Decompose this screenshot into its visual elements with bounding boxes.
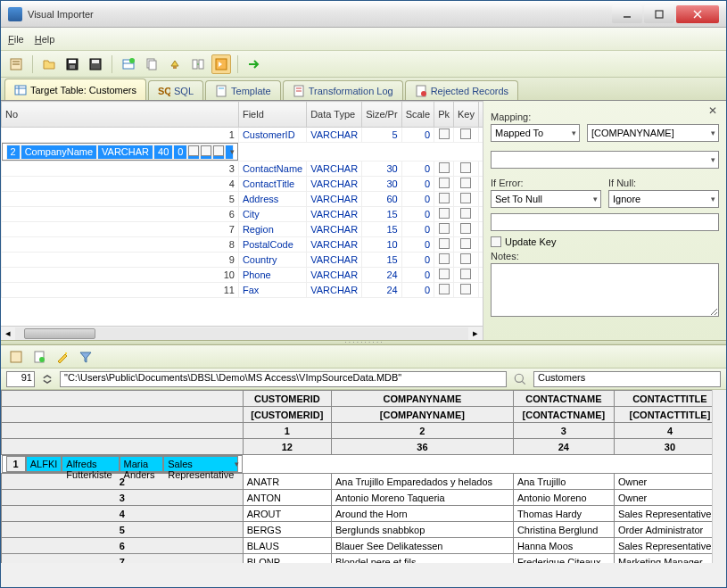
data-col-header[interactable]: CUSTOMERID bbox=[243, 391, 331, 407]
data-col-header[interactable]: 1 bbox=[243, 423, 331, 439]
tab-transformation-log[interactable]: Transformation Log bbox=[283, 80, 403, 100]
tab-sql[interactable]: SQL SQL bbox=[148, 80, 203, 100]
tab-label: Transformation Log bbox=[309, 86, 393, 96]
wizard-icon[interactable] bbox=[53, 347, 72, 367]
data-col-header[interactable]: 3 bbox=[513, 423, 614, 439]
tab-label: Target Table: Customers bbox=[30, 85, 136, 95]
data-col-header[interactable]: [COMPANYNAME] bbox=[331, 407, 513, 423]
field-row[interactable]: 8PostalCodeVARCHAR100 bbox=[2, 237, 484, 253]
vertical-scrollbar[interactable] bbox=[712, 390, 726, 563]
col-pk[interactable]: Pk bbox=[434, 102, 454, 128]
menu-help[interactable]: Help bbox=[35, 34, 55, 45]
col-no[interactable]: No bbox=[2, 102, 239, 128]
close-panel-icon[interactable]: ✕ bbox=[708, 104, 721, 117]
col-size[interactable]: Size/Pr bbox=[362, 102, 401, 128]
field-row[interactable]: 1CustomerIDVARCHAR50 bbox=[2, 128, 484, 143]
data-preview-grid[interactable]: CUSTOMERIDCOMPANYNAMECONTACTNAMECONTACTT… bbox=[1, 390, 726, 563]
data-col-header[interactable]: COMPANYNAME bbox=[331, 391, 513, 407]
data-col-header[interactable]: CONTACTNAME bbox=[513, 391, 614, 407]
col-key[interactable]: Key bbox=[454, 102, 479, 128]
ifnull-label: If Null: bbox=[608, 178, 719, 188]
spinner-icon[interactable] bbox=[40, 372, 54, 386]
preview-icon[interactable] bbox=[211, 54, 231, 74]
update-key-label: Update Key bbox=[505, 236, 556, 247]
field-row[interactable]: 4ContactTitleVARCHAR300 bbox=[2, 177, 484, 192]
open-icon[interactable] bbox=[39, 54, 59, 74]
svg-rect-33 bbox=[11, 352, 21, 362]
filter-icon[interactable] bbox=[76, 347, 95, 367]
data-row[interactable]: 1ALFKIAlfreds FutterkisteMaria AndersSal… bbox=[2, 455, 244, 473]
field-grid[interactable]: No Field Data Type Size/Pr Scale Pk Key … bbox=[1, 101, 483, 340]
data-col-header[interactable]: 12 bbox=[243, 439, 331, 455]
data-col-header[interactable]: [CONTACTNAME] bbox=[513, 407, 614, 423]
source-table[interactable]: Customers bbox=[533, 371, 721, 387]
add-row-icon[interactable] bbox=[29, 347, 49, 367]
data-col-header[interactable]: CONTACTTITLE bbox=[614, 391, 725, 407]
refresh-icon[interactable] bbox=[6, 347, 26, 367]
notes-textarea[interactable] bbox=[491, 263, 719, 317]
tab-target-table[interactable]: Target Table: Customers bbox=[4, 79, 146, 100]
maximize-button[interactable] bbox=[644, 5, 674, 23]
field-row[interactable]: 5AddressVARCHAR600 bbox=[2, 192, 484, 207]
data-col-header[interactable]: 30 bbox=[614, 439, 725, 455]
svg-rect-1 bbox=[656, 11, 663, 18]
data-col-header[interactable]: 36 bbox=[331, 439, 513, 455]
iferror-select[interactable]: Set To Null bbox=[491, 190, 601, 208]
row-count: 91 bbox=[6, 371, 35, 387]
mapping-target-select[interactable]: [COMPANYNAME] bbox=[587, 124, 719, 142]
default-value-input[interactable] bbox=[491, 213, 719, 231]
svg-rect-26 bbox=[217, 86, 226, 96]
field-row[interactable]: 9CountryVARCHAR150 bbox=[2, 253, 484, 268]
mapping-icon[interactable] bbox=[188, 54, 208, 74]
col-field[interactable]: Field bbox=[238, 102, 306, 128]
minimize-button[interactable] bbox=[612, 5, 642, 23]
tab-label: Rejected Records bbox=[431, 86, 508, 96]
close-button[interactable] bbox=[676, 5, 719, 23]
svg-point-36 bbox=[65, 352, 67, 354]
clear-icon[interactable] bbox=[165, 54, 185, 74]
tab-template[interactable]: Template bbox=[205, 80, 281, 100]
data-col-header[interactable]: [CONTACTTITLE] bbox=[614, 407, 725, 423]
source-path[interactable]: "C:\Users\Public\Documents\DBSL\Demo\MS … bbox=[60, 371, 507, 387]
new-table-icon[interactable] bbox=[119, 54, 138, 74]
expression-select[interactable] bbox=[491, 151, 719, 169]
data-col-header[interactable]: 2 bbox=[331, 423, 513, 439]
data-row[interactable]: 4AROUTAround the HornThomas HardySales R… bbox=[2, 506, 726, 522]
field-row[interactable]: 2CompanyNameVARCHAR400 bbox=[2, 143, 239, 161]
titlebar[interactable]: Visual Importer bbox=[1, 1, 726, 28]
svg-rect-8 bbox=[69, 60, 76, 63]
data-row[interactable]: 5BERGSBerglunds snabbkopChristina Berglu… bbox=[2, 522, 726, 538]
field-row[interactable]: 7RegionVARCHAR150 bbox=[2, 222, 484, 237]
mapping-type-select[interactable]: Mapped To bbox=[491, 124, 580, 142]
field-row[interactable]: 10PhoneVARCHAR240 bbox=[2, 268, 484, 283]
save-icon[interactable] bbox=[62, 54, 82, 74]
ifnull-select[interactable]: Ignore bbox=[608, 190, 719, 208]
browse-icon[interactable] bbox=[512, 371, 528, 387]
update-key-checkbox[interactable] bbox=[491, 236, 501, 247]
horizontal-scrollbar[interactable]: ◂ ▸ bbox=[1, 326, 483, 340]
data-col-header[interactable]: 24 bbox=[513, 439, 614, 455]
log-icon bbox=[293, 85, 305, 97]
col-scale[interactable]: Scale bbox=[401, 102, 434, 128]
svg-rect-11 bbox=[92, 60, 99, 63]
tab-rejected[interactable]: Rejected Records bbox=[405, 80, 518, 100]
data-row[interactable]: 3ANTONAntonio Moreno TaqueriaAntonio Mor… bbox=[2, 490, 726, 506]
menu-file[interactable]: File bbox=[8, 34, 24, 45]
data-col-header[interactable]: [CUSTOMERID] bbox=[243, 407, 331, 423]
data-row[interactable]: 7BLONPBlondel pere et filsFrederique Cit… bbox=[2, 554, 726, 564]
field-row[interactable]: 3ContactNameVARCHAR300 bbox=[2, 161, 484, 177]
col-datatype[interactable]: Data Type bbox=[307, 102, 362, 128]
svg-rect-17 bbox=[173, 66, 177, 69]
field-row[interactable]: 6CityVARCHAR150 bbox=[2, 207, 484, 222]
properties-icon[interactable] bbox=[6, 54, 26, 74]
data-row[interactable]: 6BLAUSBlauer See DelikatessenHanna MoosS… bbox=[2, 538, 726, 554]
source-path-row: 91 "C:\Users\Public\Documents\DBSL\Demo\… bbox=[1, 369, 726, 390]
lower-toolbar bbox=[1, 345, 726, 369]
copy-icon[interactable] bbox=[142, 54, 161, 74]
data-col-header[interactable]: 4 bbox=[614, 423, 725, 439]
field-row[interactable]: 11FaxVARCHAR240 bbox=[2, 283, 484, 298]
run-button[interactable] bbox=[244, 54, 264, 74]
main-toolbar bbox=[1, 51, 726, 78]
saveas-icon[interactable] bbox=[86, 54, 105, 74]
svg-point-32 bbox=[421, 91, 426, 96]
